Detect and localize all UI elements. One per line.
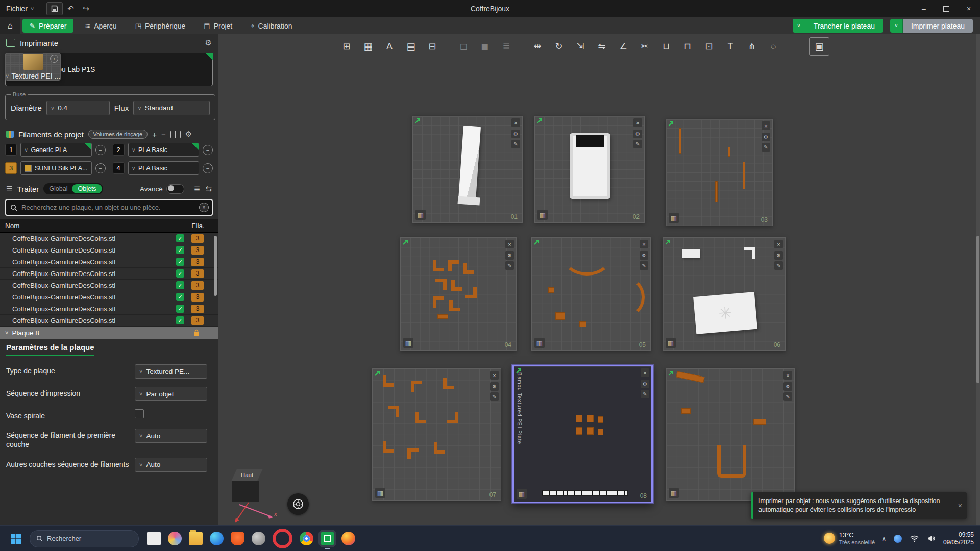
filament-select[interactable]: SUNLU Silk PLA... bbox=[20, 161, 92, 175]
app-icon-edge[interactable] bbox=[210, 532, 224, 545]
text-icon[interactable]: A bbox=[381, 39, 398, 54]
tray-chevron-up-icon[interactable]: ∧ bbox=[881, 535, 886, 542]
orientation-cube[interactable]: Haut x bbox=[231, 469, 282, 526]
object-row[interactable]: CoffreBijoux-GarnitureDesCoins.stl ✓ 3 bbox=[0, 233, 218, 244]
model[interactable] bbox=[435, 279, 447, 290]
object-filament-badge[interactable]: 3 bbox=[191, 293, 204, 302]
object-row[interactable]: CoffreBijoux-GarnitureDesCoins.stl ✓ 3 bbox=[0, 291, 218, 303]
object-visible-checkbox[interactable]: ✓ bbox=[176, 246, 184, 254]
model[interactable] bbox=[433, 260, 444, 271]
plate-name-icon[interactable]: ✎ bbox=[511, 140, 520, 148]
model[interactable] bbox=[458, 126, 481, 201]
info-icon[interactable]: i bbox=[50, 55, 58, 63]
model[interactable] bbox=[434, 442, 445, 454]
tray-app-icon[interactable] bbox=[893, 534, 903, 544]
tab-calibration[interactable]: ⌖ Calibration bbox=[243, 19, 299, 33]
cube-front-face[interactable] bbox=[232, 481, 259, 502]
model[interactable] bbox=[548, 287, 554, 293]
filament-settings-gear-icon[interactable]: ⚙ bbox=[185, 130, 192, 139]
app-icon-firefox[interactable] bbox=[341, 532, 355, 545]
flush-volumes-button[interactable]: Volumes de rinçage bbox=[88, 130, 148, 139]
plate-close-icon[interactable]: × bbox=[774, 240, 783, 248]
object-visible-checkbox[interactable]: ✓ bbox=[176, 234, 184, 242]
object-row[interactable]: CoffreBijoux-GarnitureDesCoins.stl ✓ 3 bbox=[0, 315, 218, 327]
build-plate-7[interactable]: × ⚙✎ ▦ 07 bbox=[372, 368, 501, 501]
filament-select[interactable]: ˅ PLA Basic bbox=[128, 143, 200, 157]
scale-icon[interactable]: ⇲ bbox=[572, 39, 589, 54]
tab-preparer[interactable]: ✎ Préparer bbox=[22, 19, 74, 33]
model[interactable] bbox=[555, 312, 565, 320]
build-plate-8-selected[interactable]: × ⚙✎ ▦ Bambu Textured PEI Plate 08 bbox=[512, 365, 653, 503]
layflat-icon[interactable]: ∠ bbox=[615, 39, 631, 54]
mirror-icon[interactable]: ⇋ bbox=[594, 39, 610, 54]
tab-projet[interactable]: ▤ Projet bbox=[197, 19, 239, 33]
object-list-scrollbar[interactable] bbox=[214, 236, 217, 296]
model[interactable] bbox=[587, 427, 594, 435]
wifi-icon[interactable] bbox=[910, 534, 920, 544]
minimize-button[interactable]: – bbox=[913, 0, 935, 17]
plate-name-icon[interactable]: ✎ bbox=[762, 143, 770, 152]
search-clear-icon[interactable]: × bbox=[199, 203, 209, 212]
object-filament-badge[interactable]: 3 bbox=[191, 246, 204, 255]
slice-plate-button[interactable]: Trancher le plateau bbox=[805, 19, 883, 33]
object-row[interactable]: CoffreBijoux-GarnitureDesCoins.stl ✓ 3 bbox=[0, 244, 218, 256]
app-icon-notepad[interactable] bbox=[147, 532, 161, 545]
filament-edit-icon[interactable]: − bbox=[203, 163, 213, 173]
model[interactable] bbox=[576, 415, 582, 422]
plate-grid-icon[interactable]: ▦ bbox=[517, 489, 527, 499]
model[interactable] bbox=[576, 135, 604, 147]
plate-type-select[interactable]: ˅ Textured PE... bbox=[135, 364, 207, 379]
start-button[interactable] bbox=[7, 530, 24, 547]
object-filament-badge[interactable]: 3 bbox=[191, 269, 204, 278]
print-dropdown-chevron-icon[interactable]: ˅ bbox=[890, 19, 903, 33]
save-icon[interactable] bbox=[46, 2, 63, 15]
split-parts-icon[interactable]: ⊓ bbox=[679, 39, 696, 54]
model[interactable] bbox=[463, 263, 474, 274]
plate-name-icon[interactable]: ✎ bbox=[774, 261, 783, 270]
plate-grid-icon[interactable]: ▦ bbox=[669, 213, 679, 223]
plate-close-icon[interactable]: × bbox=[640, 240, 648, 248]
model[interactable] bbox=[579, 321, 586, 327]
model[interactable] bbox=[437, 314, 448, 319]
undo-icon[interactable]: ↶ bbox=[63, 3, 78, 15]
plate-group-row[interactable]: ˅ Plaque 8 bbox=[0, 327, 218, 339]
plate-close-icon[interactable]: × bbox=[641, 368, 649, 377]
viewport-scrollbar[interactable] bbox=[976, 34, 980, 526]
plate-grid-icon[interactable]: ▦ bbox=[666, 338, 676, 348]
model[interactable] bbox=[443, 378, 454, 389]
model[interactable] bbox=[388, 406, 399, 417]
text3d-icon[interactable]: T bbox=[722, 39, 739, 54]
plate-close-icon[interactable]: × bbox=[505, 240, 514, 248]
model[interactable] bbox=[383, 375, 394, 387]
model[interactable] bbox=[433, 296, 444, 308]
scope-global-option[interactable]: Global bbox=[44, 184, 72, 193]
build-plate-9[interactable]: × ⚙✎ ▦ 09 bbox=[666, 368, 795, 501]
plate-close-icon[interactable]: × bbox=[511, 118, 520, 127]
other-layers-sequence-select[interactable]: ˅ Auto bbox=[135, 458, 207, 472]
plate-settings-icon[interactable]: ⚙ bbox=[633, 130, 642, 138]
model[interactable] bbox=[576, 427, 582, 435]
filament-edit-icon[interactable]: − bbox=[203, 145, 213, 155]
plate-settings-icon[interactable]: ⚙ bbox=[641, 380, 649, 388]
add-plate-icon[interactable]: ▦ bbox=[360, 39, 376, 54]
model[interactable] bbox=[679, 128, 681, 154]
model[interactable] bbox=[743, 162, 745, 189]
move-icon[interactable]: ⇹ bbox=[529, 39, 546, 54]
plate-settings-icon[interactable]: ⚙ bbox=[490, 382, 499, 391]
model[interactable] bbox=[449, 300, 460, 311]
toast-close-icon[interactable]: × bbox=[958, 501, 962, 511]
plate-grid-icon[interactable]: ▦ bbox=[403, 338, 413, 348]
home-button[interactable]: ⌂ bbox=[0, 17, 20, 34]
close-button[interactable]: × bbox=[958, 0, 980, 17]
filament-select[interactable]: ˅ PLA Basic bbox=[128, 161, 200, 175]
plate-grid-icon[interactable]: ▦ bbox=[669, 488, 679, 498]
tab-peripherique[interactable]: ◳ Périphérique bbox=[128, 19, 193, 33]
scope-objects-option[interactable]: Objets bbox=[72, 184, 102, 193]
filament-edit-icon[interactable]: − bbox=[95, 163, 106, 173]
printer-settings-gear-icon[interactable]: ⚙ bbox=[205, 38, 212, 47]
object-row[interactable]: CoffreBijoux-GarnitureDesCoins.stl ✓ 3 bbox=[0, 256, 218, 268]
weather-widget[interactable]: 13°C Très ensoleillé bbox=[824, 532, 875, 546]
rotate-icon[interactable]: ↻ bbox=[551, 39, 567, 54]
maximize-button[interactable] bbox=[935, 0, 958, 17]
split-window-icon[interactable]: ⊟ bbox=[424, 39, 440, 54]
